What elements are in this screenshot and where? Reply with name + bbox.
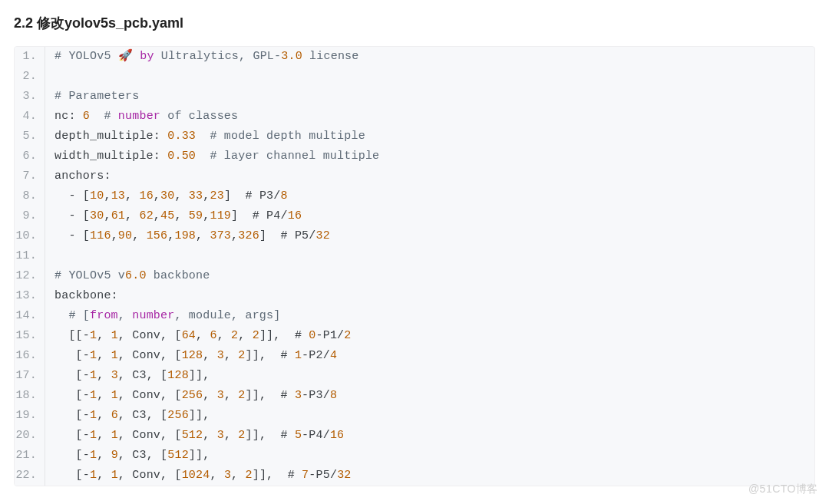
code-token: -P5/ xyxy=(309,469,337,482)
code-token: [- xyxy=(54,429,90,442)
code-token: [[- xyxy=(54,329,90,342)
code-token: ] # P5/ xyxy=(259,229,316,242)
line-number: 10. xyxy=(15,226,45,246)
code-token: 1 xyxy=(111,349,118,362)
code-token: -P4/ xyxy=(302,429,330,442)
code-token: 32 xyxy=(316,229,330,242)
code-content: [[-1, 1, Conv, [64, 6, 2, 2]], # 0-P1/2 xyxy=(45,326,352,346)
code-token: , C3, [ xyxy=(118,449,167,462)
code-token: , xyxy=(224,349,238,362)
code-content: [-1, 9, C3, [512]], xyxy=(45,446,210,466)
line-number: 2. xyxy=(15,67,45,87)
code-token: depth_multiple: xyxy=(54,130,167,143)
code-token: 0 xyxy=(309,329,315,342)
code-token: 3 xyxy=(111,369,118,382)
line-number: 19. xyxy=(15,406,45,426)
code-line: 15. [[-1, 1, Conv, [64, 6, 2, 2]], # 0-P… xyxy=(15,326,814,346)
code-line: 20. [-1, 1, Conv, [512, 3, 2]], # 5-P4/1… xyxy=(15,426,814,446)
line-number: 16. xyxy=(15,346,45,366)
code-content: # YOLOv5 🚀 by Ultralytics, GPL-3.0 licen… xyxy=(45,47,359,67)
line-number: 5. xyxy=(15,127,45,147)
code-line: 11. xyxy=(15,246,814,266)
code-content: [-1, 1, Conv, [128, 3, 2]], # 1-P2/4 xyxy=(45,346,337,366)
code-token: , xyxy=(154,189,160,203)
code-token: nc: xyxy=(54,110,83,123)
code-line: 13.backbone: xyxy=(15,286,814,306)
code-content: width_multiple: 0.50 # layer channel mul… xyxy=(45,147,379,166)
code-token: , xyxy=(97,469,111,482)
code-content: backbone: xyxy=(45,286,118,306)
code-token: ]], # xyxy=(245,429,294,442)
code-token: 116 xyxy=(90,229,111,242)
code-token: 373 xyxy=(210,229,231,242)
section-heading: 2.2 修改yolov5s_pcb.yaml xyxy=(14,14,815,32)
code-token: 13 xyxy=(111,189,125,203)
code-token: , Conv, [ xyxy=(118,329,182,342)
code-content: - [10,13, 16,30, 33,23] # P3/8 xyxy=(45,186,288,206)
code-line: 4.nc: 6 # number of classes xyxy=(15,107,814,127)
code-token: , xyxy=(154,209,160,222)
code-token: , xyxy=(174,189,188,203)
code-token: 512 xyxy=(167,449,189,462)
code-token: 3 xyxy=(224,469,231,482)
code-token: [- xyxy=(54,389,90,402)
code-token: 30 xyxy=(90,209,104,222)
code-token: anchors: xyxy=(54,170,111,183)
code-token: , xyxy=(132,229,146,242)
code-line: 21. [-1, 9, C3, [512]], xyxy=(15,446,814,466)
code-token: # [ xyxy=(54,309,90,322)
code-token: , xyxy=(125,189,139,203)
code-token: - [ xyxy=(54,229,90,242)
code-token: 6.0 xyxy=(125,269,147,282)
code-token: -P2/ xyxy=(302,349,330,362)
code-token: , xyxy=(111,229,118,242)
code-line: 17. [-1, 3, C3, [128]], xyxy=(15,366,814,386)
code-token: 32 xyxy=(337,469,351,482)
code-token: 1 xyxy=(90,429,97,442)
code-token: # layer channel multiple xyxy=(196,150,379,163)
code-token: 2 xyxy=(344,329,351,342)
code-content: # YOLOv5 v6.0 backbone xyxy=(45,266,210,286)
code-token: , xyxy=(97,389,111,402)
line-number: 15. xyxy=(15,326,45,346)
code-token: license xyxy=(302,50,359,63)
code-token: ]], xyxy=(189,369,210,382)
code-token: , xyxy=(196,229,210,242)
code-token: 4 xyxy=(330,349,337,362)
code-token: - [ xyxy=(54,189,90,203)
line-number: 22. xyxy=(15,466,45,486)
line-number: 11. xyxy=(15,246,45,266)
code-token: ]], # xyxy=(245,349,294,362)
line-number: 21. xyxy=(15,446,45,466)
code-token: ] # P3/ xyxy=(224,189,281,203)
code-token: 2 xyxy=(245,469,252,482)
code-token: [- xyxy=(54,469,90,482)
code-content: [-1, 1, Conv, [1024, 3, 2]], # 7-P5/32 xyxy=(45,466,352,486)
code-token: , Conv, [ xyxy=(118,389,182,402)
code-token: , xyxy=(97,429,111,442)
code-token: 256 xyxy=(182,389,203,402)
code-content: # [from, number, module, args] xyxy=(45,306,280,326)
code-line: 8. - [10,13, 16,30, 33,23] # P3/8 xyxy=(15,186,814,206)
code-line: 18. [-1, 1, Conv, [256, 3, 2]], # 3-P3/8 xyxy=(15,386,814,406)
code-token: 23 xyxy=(210,189,223,203)
code-token: [- xyxy=(54,369,90,382)
code-content: [-1, 1, Conv, [256, 3, 2]], # 3-P3/8 xyxy=(45,386,337,406)
code-line: 6.width_multiple: 0.50 # layer channel m… xyxy=(15,147,814,166)
code-token: 256 xyxy=(167,409,189,422)
code-token: , xyxy=(238,329,252,342)
code-token: , xyxy=(196,329,210,342)
code-token: 16 xyxy=(139,189,153,203)
code-token: 1024 xyxy=(182,469,210,482)
code-token: 64 xyxy=(182,329,196,342)
code-block: 1.# YOLOv5 🚀 by Ultralytics, GPL-3.0 lic… xyxy=(14,46,815,486)
code-line: 16. [-1, 1, Conv, [128, 3, 2]], # 1-P2/4 xyxy=(15,346,814,366)
code-token: 33 xyxy=(189,189,203,203)
code-token: 3 xyxy=(217,349,224,362)
code-token: # model depth multiple xyxy=(196,130,365,143)
code-token: ]], # xyxy=(259,329,309,342)
code-token: , xyxy=(125,209,139,222)
code-token: - [ xyxy=(54,209,90,222)
code-token: 3 xyxy=(217,389,224,402)
line-number: 9. xyxy=(15,206,45,226)
